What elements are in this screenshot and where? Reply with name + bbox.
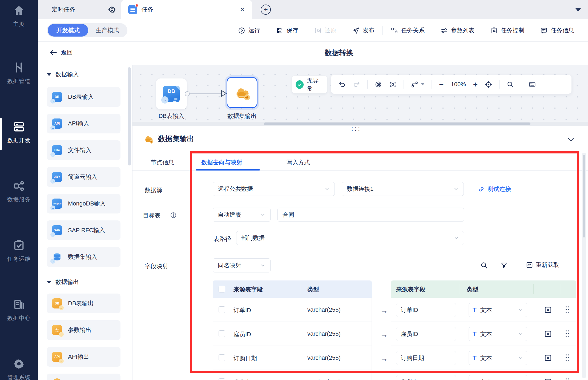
palette-item-partial[interactable]	[47, 374, 120, 380]
parameter-list-button[interactable]: 参数列表	[433, 26, 482, 34]
target-field-input[interactable]	[396, 327, 456, 341]
tab-write-mode[interactable]: 写入方式	[287, 159, 310, 167]
connector-style-icon[interactable]	[411, 81, 418, 88]
caret-down-icon[interactable]	[421, 83, 424, 85]
target-field-input[interactable]	[396, 375, 456, 380]
add-tab-button[interactable]: +	[261, 5, 271, 15]
remove-field-icon[interactable]	[544, 378, 552, 380]
sidebar-item-data-center[interactable]: 数据中心	[0, 298, 38, 322]
palette-item-db-output[interactable]: DB→ DB表输出	[47, 294, 120, 313]
info-icon[interactable]	[170, 212, 177, 219]
section-data-output[interactable]: 数据输出	[47, 278, 79, 286]
sidebar-item-data-service[interactable]: 数据服务	[0, 180, 38, 203]
text-type-icon: T	[473, 378, 477, 380]
task-control-button[interactable]: 任务控制	[482, 26, 532, 34]
publish-button[interactable]: 发布	[344, 26, 382, 34]
field-type-select[interactable]: T 文本	[469, 375, 527, 380]
revert-button[interactable]: 还原	[306, 26, 344, 34]
target-field-input[interactable]	[396, 303, 456, 317]
prod-mode-button[interactable]: 生产模式	[88, 26, 127, 34]
sidebar-item-task-ops[interactable]: 任务运维	[0, 239, 38, 263]
drag-handle-icon[interactable]	[566, 306, 567, 307]
palette-item-jdy-input[interactable]: JDY→ 简道云输入	[47, 167, 120, 187]
panel-resize-handle[interactable]: ······	[351, 125, 361, 132]
table-name-input[interactable]	[277, 208, 464, 222]
sidebar-item-admin[interactable]: 管理系统	[0, 358, 38, 380]
palette-item-dataset-input[interactable]: → 数据集输入	[47, 247, 120, 267]
redo-icon[interactable]	[353, 81, 360, 88]
tab-task[interactable]: 任务 ✕	[121, 0, 252, 19]
tab-mapping[interactable]: 数据去向与映射	[201, 159, 242, 167]
drag-handle-icon[interactable]	[566, 330, 567, 331]
panel-vscrollbar-thumb[interactable]	[583, 155, 585, 238]
test-connection-link[interactable]: 测试连接	[478, 185, 511, 193]
remove-field-icon[interactable]	[544, 306, 552, 314]
dev-mode-button[interactable]: 开发模式	[48, 24, 88, 37]
node-db-input[interactable]: DB →	[156, 78, 187, 109]
remove-field-icon[interactable]	[544, 330, 552, 338]
task-relations-button[interactable]: 任务关系	[383, 26, 433, 34]
tab-overflow-caret-icon[interactable]	[575, 8, 581, 11]
palette-scrollbar[interactable]	[128, 67, 131, 165]
row-checkbox[interactable]	[219, 330, 225, 337]
table-path-select[interactable]: 部门数据	[236, 231, 464, 245]
field-type-select[interactable]: T 文本	[469, 303, 527, 317]
create-mode-select[interactable]: 自动建表	[213, 208, 271, 222]
zoom-in-button[interactable]: +	[473, 81, 478, 88]
remove-field-icon[interactable]	[544, 354, 552, 362]
mapping-mode-select[interactable]: 同名映射	[213, 258, 271, 272]
back-button[interactable]: 返回	[49, 49, 73, 57]
node-dataset-output[interactable]	[227, 77, 257, 108]
target-field-input[interactable]	[396, 351, 456, 365]
section-data-input[interactable]: 数据输入	[47, 70, 79, 78]
flow-canvas[interactable]: DB → DB表输入	[132, 65, 588, 122]
table-header: 来源表字段 类型	[213, 280, 372, 298]
palette-item-db-input[interactable]: DB→ DB表输入	[47, 87, 120, 107]
locate-icon[interactable]	[485, 81, 492, 88]
drag-handle-icon[interactable]	[566, 378, 567, 379]
zoom-out-button[interactable]: −	[439, 81, 444, 88]
task-info-button[interactable]: 任务信息	[532, 26, 582, 34]
datasource-type-select[interactable]: 远程公共数据	[213, 182, 335, 196]
center-view-icon[interactable]	[375, 81, 382, 88]
sidebar-item-label: 数据服务	[7, 196, 31, 203]
db-file-icon: DB →	[163, 86, 180, 102]
canvas-hscrollbar-thumb[interactable]	[264, 122, 530, 125]
keyboard-shortcuts-icon[interactable]	[529, 81, 536, 88]
palette-item-mongodb-input[interactable]: MongoDB→ MongoDB输入	[47, 194, 120, 213]
select-all-checkbox[interactable]	[219, 286, 225, 292]
select-frame-icon[interactable]	[389, 81, 396, 88]
connection-select[interactable]: 数据连接1	[342, 182, 464, 196]
dataset-cloud-icon	[232, 83, 252, 102]
palette-item-api-input[interactable]: API→ API输入	[47, 114, 120, 133]
palette-item-file-input[interactable]: File→ 文件输入	[47, 140, 120, 160]
filter-icon[interactable]	[500, 262, 508, 269]
edge-port[interactable]	[185, 91, 190, 96]
search-icon[interactable]	[507, 81, 514, 88]
run-button[interactable]: 运行	[230, 26, 268, 34]
collapse-panel-chevron-icon[interactable]	[567, 136, 575, 144]
gear-icon[interactable]	[108, 6, 116, 14]
tab-scheduled-tasks[interactable]: 定时任务	[46, 0, 122, 19]
close-icon[interactable]: ✕	[240, 6, 245, 13]
drag-handle-icon[interactable]	[566, 354, 567, 355]
sidebar-item-home[interactable]: 主页	[0, 4, 38, 28]
sidebar-item-pipeline[interactable]: 数据管道	[0, 61, 38, 85]
palette-item-sap-rfc-input[interactable]: SAP→ SAP RFC输入	[47, 220, 120, 240]
search-fields-icon[interactable]	[480, 262, 488, 269]
palette-item-param-output[interactable]: → 参数输出	[47, 320, 120, 340]
status-badge: 无异常	[292, 76, 327, 93]
save-button[interactable]: 保存	[268, 26, 306, 34]
tab-node-info[interactable]: 节点信息	[151, 159, 174, 167]
field-type-select[interactable]: T 文本	[469, 351, 527, 365]
row-checkbox[interactable]	[219, 378, 225, 380]
row-checkbox[interactable]	[219, 354, 225, 361]
sidebar-item-data-dev[interactable]: 数据开发	[0, 121, 38, 144]
row-checkbox[interactable]	[219, 306, 225, 313]
palette-item-api-output[interactable]: API→ API输出	[47, 347, 120, 367]
field-type-select[interactable]: T 文本	[469, 327, 527, 341]
table-header: 来源表字段 类型	[391, 280, 576, 298]
undo-icon[interactable]	[339, 81, 346, 88]
refetch-button[interactable]: 重新获取	[526, 261, 559, 269]
dataset-output-icon	[143, 133, 154, 145]
